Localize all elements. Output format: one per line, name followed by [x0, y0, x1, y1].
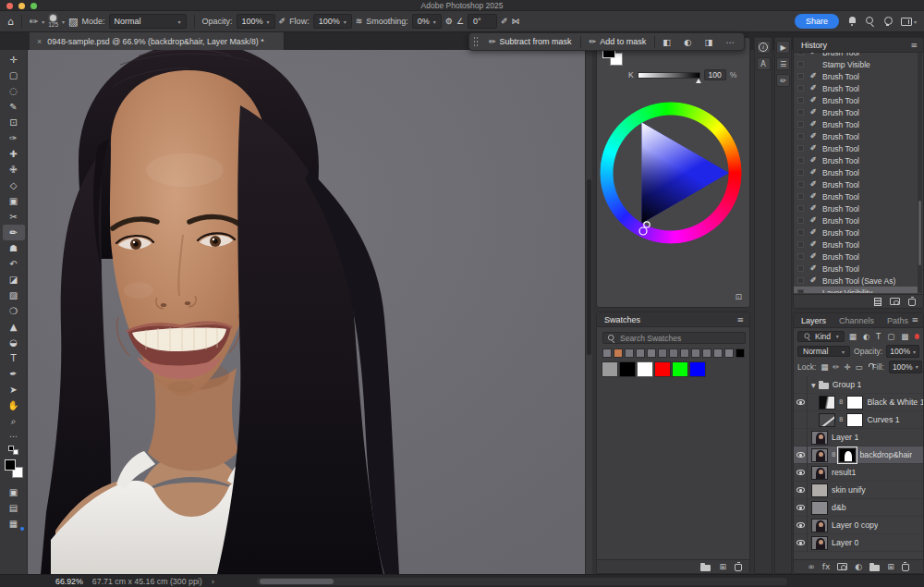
swatch[interactable]	[647, 349, 656, 358]
history-source-checkbox[interactable]	[797, 229, 804, 236]
history-source-checkbox[interactable]	[797, 205, 804, 212]
delete-state-icon[interactable]	[908, 297, 916, 306]
panel-menu-icon[interactable]: ≡	[910, 41, 918, 50]
layer-fill-field[interactable]: 100% ▾	[889, 361, 922, 373]
healing-brush-tool[interactable]: ✙	[3, 162, 25, 177]
group-header[interactable]: ▼	[811, 381, 829, 389]
apply-mask-button[interactable]: ◨	[699, 35, 718, 49]
gear-icon[interactable]: ⚙	[445, 18, 453, 26]
layer-name[interactable]: d&b	[832, 503, 846, 512]
history-state-row[interactable]: Brush Tool	[794, 190, 918, 202]
layer-row[interactable]: ▼ 8 Curves 1	[794, 411, 923, 429]
new-swatch-icon[interactable]: ⊞	[719, 562, 726, 571]
document-tab[interactable]: × 0948-sample.psd @ 66.9% (backdrop&hair…	[30, 32, 285, 50]
swatch[interactable]	[654, 361, 671, 377]
filter-smart-objects-icon[interactable]: ▩	[901, 332, 908, 341]
history-state-row[interactable]: Brush Tool	[794, 226, 918, 238]
canvas-vertical-scrollbar[interactable]	[585, 50, 592, 574]
layer-row[interactable]: ▼ 8 skin unify	[794, 482, 923, 499]
delete-layer-icon[interactable]	[902, 562, 909, 571]
delete-swatch-icon[interactable]	[735, 562, 742, 571]
brush-settings-panel-button[interactable]: ✏	[776, 74, 790, 87]
history-source-checkbox[interactable]	[797, 145, 804, 152]
swatch[interactable]	[689, 361, 706, 377]
history-source-checkbox[interactable]	[797, 169, 804, 176]
marquee-tool[interactable]: ▢	[3, 67, 25, 83]
swatch[interactable]	[619, 361, 636, 377]
visibility-toggle[interactable]	[794, 499, 808, 517]
layer-row[interactable]: ▼ 8 Black & White 1	[794, 394, 923, 411]
add-layer-mask-icon[interactable]	[837, 563, 847, 570]
zoom-level-field[interactable]: 66.92%	[55, 577, 83, 586]
new-group-icon[interactable]	[869, 563, 880, 571]
hue-marker[interactable]	[639, 227, 647, 235]
history-source-checkbox[interactable]	[797, 181, 804, 188]
brush-tool-icon[interactable]: ✏	[30, 17, 38, 27]
swatch[interactable]	[702, 349, 711, 358]
new-swatch-group-icon[interactable]	[700, 563, 711, 571]
type-tool[interactable]: T	[3, 350, 25, 366]
lock-image-pixels-icon[interactable]: ✏	[833, 362, 839, 372]
history-source-checkbox[interactable]	[797, 133, 804, 140]
minimize-window-button[interactable]	[18, 3, 25, 9]
layer-thumbnail[interactable]	[811, 519, 828, 532]
history-source-checkbox[interactable]	[797, 265, 804, 272]
filter-kind-select[interactable]: Kind ▾	[797, 331, 845, 342]
slice-tool[interactable]: ✂	[3, 209, 25, 225]
lock-transparent-pixels-icon[interactable]: ▦	[821, 362, 828, 372]
swatch[interactable]	[636, 349, 645, 358]
foreground-color-swatch[interactable]	[5, 459, 16, 471]
triangle-marker[interactable]	[644, 222, 650, 227]
layer-thumbnail[interactable]	[811, 466, 828, 480]
layer-thumbnail[interactable]	[811, 431, 828, 445]
subtract-from-mask-button[interactable]: ✏ Subtract from mask	[482, 35, 578, 48]
chevron-down-icon[interactable]: ▾	[42, 18, 44, 25]
history-state-row[interactable]: Brush Tool	[794, 94, 918, 106]
swatch[interactable]	[669, 349, 678, 358]
history-state-row[interactable]: Brush Tool	[794, 118, 918, 130]
invert-mask-button[interactable]: ◐	[678, 35, 697, 49]
close-window-button[interactable]	[6, 3, 13, 9]
filter-pixel-layers-icon[interactable]: ▦	[849, 332, 857, 341]
visibility-toggle[interactable]	[794, 429, 808, 446]
search-swatches-input[interactable]: Search Swatches	[602, 332, 746, 344]
hand-tool[interactable]: ✋	[3, 397, 25, 413]
blend-mode-select[interactable]: Normal ▾	[109, 14, 187, 29]
expand-icon[interactable]: ⊡	[735, 292, 742, 301]
new-document-from-state-icon[interactable]	[874, 298, 881, 306]
discover-lightbulb-icon[interactable]	[884, 17, 892, 26]
swatch[interactable]	[614, 349, 623, 358]
history-source-checkbox[interactable]	[797, 121, 804, 128]
layer-row[interactable]: ▼ 8 Layer 0	[794, 534, 923, 552]
history-state-row[interactable]: Brush Tool	[794, 82, 918, 94]
filter-shape-layers-icon[interactable]: ▢	[887, 332, 894, 341]
scrollbar-thumb[interactable]	[260, 579, 334, 584]
history-state-row[interactable]: Brush Tool (Save As)	[794, 275, 918, 287]
spot-healing-brush-tool[interactable]: ✚	[3, 146, 25, 162]
panel-tab[interactable]: Channels	[837, 316, 876, 325]
visibility-toggle[interactable]	[794, 517, 808, 534]
status-caret-icon[interactable]: ›	[212, 577, 215, 586]
k-value-field[interactable]: 100	[704, 69, 726, 80]
panel-tab[interactable]: Paths	[885, 316, 910, 325]
history-source-checkbox[interactable]	[797, 97, 804, 104]
notifications-bell-icon[interactable]	[848, 17, 857, 26]
new-snapshot-icon[interactable]	[890, 298, 900, 305]
history-source-checkbox[interactable]	[797, 193, 804, 200]
gradient-tool[interactable]: ▨	[3, 287, 25, 303]
screen-mode[interactable]: ▤	[3, 500, 25, 516]
tab-swatches[interactable]: Swatches	[602, 315, 642, 324]
history-source-checkbox[interactable]	[797, 53, 804, 55]
new-adjustment-layer-icon[interactable]: ◐	[855, 562, 862, 571]
opacity-pressure-icon[interactable]: ✐	[279, 18, 286, 26]
chevron-down-icon[interactable]: ▼	[811, 382, 816, 388]
move-tool[interactable]: ✛	[3, 52, 25, 67]
panel-tab[interactable]: Layers	[799, 316, 828, 325]
swatch[interactable]	[713, 349, 723, 358]
history-state-row[interactable]: Brush Tool	[794, 154, 918, 166]
tab-history[interactable]: History	[799, 41, 829, 50]
symmetry-icon[interactable]: ⋈	[512, 18, 520, 26]
layer-thumbnail[interactable]	[811, 448, 828, 462]
flow-select[interactable]: 100% ▾	[313, 14, 352, 29]
filter-toggle-icon[interactable]	[915, 334, 919, 339]
